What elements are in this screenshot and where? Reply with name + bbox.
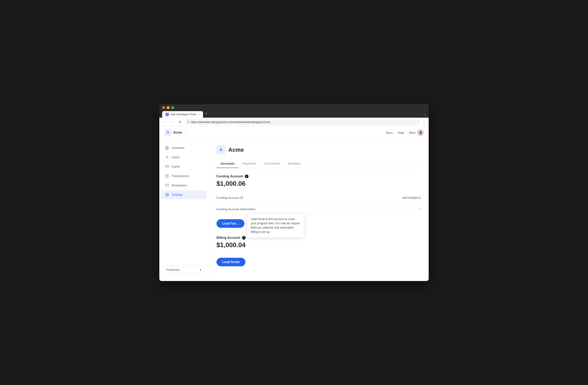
tooltip-text: Load funds to this account to cover your… — [251, 217, 300, 233]
new-tab-button[interactable]: + — [203, 111, 210, 118]
tab-documents[interactable]: Documents — [260, 159, 284, 168]
funding-account-id-label: Funding Account ID — [216, 196, 243, 200]
back-button[interactable]: ← — [162, 120, 168, 124]
sidebar-nav: 🏠 Overview Users — [159, 143, 208, 263]
sidebar: 🏠 Overview Users — [159, 139, 208, 281]
company-name: Acme — [173, 131, 182, 134]
users-icon — [165, 155, 169, 159]
svg-point-9 — [167, 194, 168, 195]
docs-link[interactable]: Docs — [386, 131, 393, 134]
tabs: Accounts Payments Documents Members — [216, 159, 420, 168]
overview-icon: 🏠 — [165, 146, 169, 150]
sidebar-item-settings[interactable]: Settings — [161, 190, 207, 199]
sidebar-item-users[interactable]: Users — [161, 153, 207, 162]
traffic-lights — [162, 106, 426, 109]
app-header: A Acme › Docs Help Alice 👤 — [159, 127, 429, 139]
billing-account-amount: $1,000.04 — [216, 241, 420, 249]
svg-rect-7 — [166, 184, 169, 186]
svg-point-0 — [167, 156, 168, 157]
funding-account-amount: $1,000.06 — [216, 180, 420, 187]
funding-account-id-row: Funding Account ID ekl2344dj213 — [216, 192, 420, 203]
funding-account-title-row: Funding Account i — [216, 175, 420, 178]
sidebar-item-label: Transactions — [172, 174, 189, 178]
sidebar-item-label: Settings — [172, 193, 183, 196]
main-content: A Acme Accounts Payments Documents Membe… — [208, 139, 429, 281]
forward-button[interactable]: → — [170, 120, 176, 124]
browser-window: A Apto Developer Portal × + ⌄ ← → ↻ A ht… — [159, 104, 429, 281]
tab-payments[interactable]: Payments — [238, 159, 260, 168]
help-link[interactable]: Help — [398, 131, 404, 134]
address-bar-row: ← → ↻ A https://developer.aptopayments.c… — [159, 118, 429, 127]
funding-account-info-label: Funding Account Information — [216, 207, 255, 211]
sidebar-item-cards[interactable]: Cards — [161, 162, 207, 171]
avatar[interactable]: 👤 — [417, 129, 424, 136]
funding-account-id-value: ekl2344dj213 — [402, 196, 420, 200]
cards-icon — [165, 164, 169, 169]
billing-account-title: Billing Account — [216, 236, 240, 240]
browser-tab[interactable]: A Apto Developer Portal × — [162, 111, 203, 118]
billing-account-section: Billing Account i $1,000.04 Load funds — [216, 236, 420, 268]
environment-selector[interactable]: Production ▾ — [163, 266, 205, 274]
transactions-icon — [165, 174, 169, 178]
browser-menu-icon[interactable]: ⋮ — [422, 120, 426, 124]
browser-chrome: A Apto Developer Portal × + ⌄ — [159, 104, 429, 118]
page-title: Acme — [228, 147, 244, 153]
user-name: Alice — [409, 131, 416, 134]
funding-account-chevron-icon: › — [419, 207, 420, 211]
sidebar-item-label: Developers — [172, 183, 187, 187]
maximize-button[interactable] — [171, 106, 174, 109]
close-button[interactable] — [162, 106, 165, 109]
funding-account-info-link[interactable]: Funding Account Information › — [216, 203, 420, 215]
tooltip-popup: Load funds to this account to cover your… — [247, 214, 304, 238]
address-url: https://developer.aptopayments.com/#/das… — [191, 121, 270, 123]
sidebar-item-label: Cards — [172, 165, 180, 168]
sidebar-item-developers[interactable]: Developers — [161, 181, 207, 190]
logo-badge[interactable]: A — [164, 129, 172, 136]
sidebar-item-label: Users — [172, 155, 180, 159]
page-header: A Acme — [216, 145, 420, 154]
address-field[interactable]: A https://developer.aptopayments.com/#/d… — [185, 119, 420, 125]
refresh-button[interactable]: ↻ — [178, 120, 183, 124]
tab-accounts[interactable]: Accounts — [216, 159, 238, 168]
funding-account-info-icon[interactable]: i — [245, 175, 249, 178]
sidebar-footer: Production ▾ — [159, 263, 208, 277]
sidebar-item-transactions[interactable]: Transactions — [161, 171, 207, 181]
svg-rect-1 — [166, 165, 169, 168]
header-actions: Docs Help Alice 👤 — [386, 129, 424, 136]
load-funds-container: Load fun... Load funds to this account t… — [216, 215, 244, 229]
sidebar-item-label: Overview — [172, 146, 185, 149]
address-lock: A — [188, 121, 189, 123]
sidebar-item-overview[interactable]: 🏠 Overview — [161, 143, 207, 152]
app-body: 🏠 Overview Users — [159, 139, 429, 281]
tab-title: Apto Developer Portal — [170, 113, 196, 116]
load-funds-button[interactable]: Load fun... — [216, 219, 244, 228]
tab-end-controls: ⌄ — [423, 112, 426, 118]
developers-icon — [165, 183, 169, 187]
tab-close-icon[interactable]: × — [198, 113, 200, 116]
tab-members[interactable]: Members — [284, 159, 305, 168]
tab-bar: A Apto Developer Portal × + ⌄ — [162, 111, 426, 118]
billing-load-funds-button[interactable]: Load funds — [216, 258, 245, 266]
settings-icon — [165, 193, 169, 197]
minimize-button[interactable] — [167, 106, 169, 109]
env-chevron-icon: ▾ — [200, 268, 201, 271]
funding-account-section: Funding Account i $1,000.06 Funding Acco… — [216, 175, 420, 229]
funding-account-title: Funding Account — [216, 175, 243, 178]
env-label: Production — [166, 268, 180, 271]
user-area: Alice 👤 — [409, 129, 424, 136]
browser-actions: ⋮ — [422, 120, 426, 124]
logo-area: A Acme › — [164, 129, 386, 136]
tab-favicon: A — [166, 113, 169, 116]
billing-account-info-icon[interactable]: i — [242, 236, 246, 240]
company-chevron-icon[interactable]: › — [185, 131, 186, 134]
page-logo-badge: A — [216, 145, 226, 154]
